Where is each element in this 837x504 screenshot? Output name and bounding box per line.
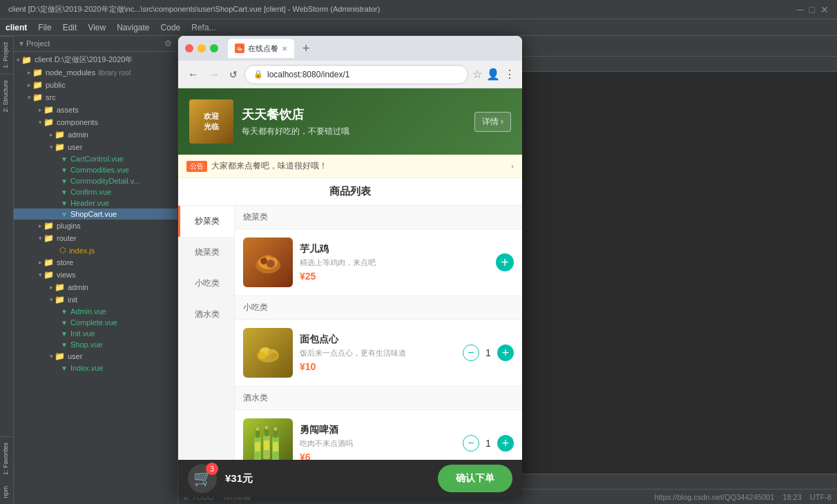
checkout-btn[interactable]: 确认下单 bbox=[438, 465, 512, 492]
components-label: components bbox=[57, 118, 98, 126]
tree-router-index[interactable]: ⬡ index.js bbox=[14, 244, 177, 256]
init-vue-label: Init.vue bbox=[70, 329, 95, 338]
restaurant-name: 天天餐饮店 bbox=[242, 106, 466, 123]
tree-shop[interactable]: ▼ Shop.vue bbox=[14, 339, 177, 350]
src-label: src bbox=[46, 93, 56, 101]
sidebar-gear-icon[interactable]: ⚙ bbox=[164, 39, 172, 48]
admin-vue-label: Admin.vue bbox=[70, 307, 106, 316]
vtab-npm[interactable]: npm bbox=[0, 481, 13, 504]
category-grilled[interactable]: 烧菜类 bbox=[178, 237, 234, 268]
category-stirfry[interactable]: 炒菜类 bbox=[178, 206, 234, 237]
menu-edit[interactable]: Edit bbox=[63, 23, 77, 32]
tree-root[interactable]: ▾ 📁 client D:\定做区\2019-2020年 bbox=[14, 53, 177, 66]
restaurant-desc: 每天都有好吃的，不要错过哦 bbox=[242, 126, 466, 137]
tree-store[interactable]: ▸ 📁 store bbox=[14, 256, 177, 269]
tree-commoditydetail[interactable]: ▼ CommodityDetail.v... bbox=[14, 175, 177, 186]
category-snacks[interactable]: 小吃类 bbox=[178, 268, 234, 299]
tree-shopcart[interactable]: ▼ ShopCart.vue bbox=[14, 209, 177, 220]
back-btn[interactable]: ← bbox=[185, 66, 202, 84]
tree-init-vue[interactable]: ▼ Init.vue bbox=[14, 328, 177, 339]
refresh-btn[interactable]: ↺ bbox=[227, 66, 240, 83]
tree-assets[interactable]: ▸ 📁 assets bbox=[14, 104, 177, 116]
tree-commodities[interactable]: ▼ Commodities.vue bbox=[14, 164, 177, 175]
beer-minus-btn[interactable]: − bbox=[463, 435, 479, 452]
vtab-structure[interactable]: 2: Structure bbox=[0, 74, 13, 118]
announcement-bar[interactable]: 公告 大家都来点餐吧，味道很好哦！ › bbox=[178, 155, 522, 178]
close-btn[interactable]: ✕ bbox=[820, 4, 829, 15]
address-bar[interactable]: 🔒 localhost:8080/index/1 bbox=[244, 65, 468, 84]
project-label: Project bbox=[26, 39, 50, 48]
svg-rect-19 bbox=[264, 440, 269, 450]
cursor-position: 18:23 bbox=[782, 493, 802, 501]
category-drinks[interactable]: 酒水类 bbox=[178, 299, 234, 330]
menu-refactor[interactable]: Refa... bbox=[191, 23, 215, 32]
menu-code[interactable]: Code bbox=[161, 23, 181, 32]
beer-plus-btn[interactable]: + bbox=[497, 435, 514, 452]
tree-src[interactable]: ▾ 📁 src bbox=[14, 91, 177, 104]
bread-name: 面包点心 bbox=[300, 333, 456, 346]
forward-btn[interactable]: → bbox=[206, 66, 222, 84]
window-controls: ─ □ ✕ bbox=[797, 4, 829, 15]
tree-header[interactable]: ▼ Header.vue bbox=[14, 197, 177, 209]
cartcontrol-label: CartControl.vue bbox=[70, 155, 124, 163]
tree-public[interactable]: ▸ 📁 public bbox=[14, 79, 177, 91]
shopcart-label: ShopCart.vue bbox=[70, 210, 117, 218]
confirm-label: Confirm.vue bbox=[70, 188, 111, 196]
beer-actions: − 1 + bbox=[463, 435, 514, 452]
menu-view[interactable]: View bbox=[88, 23, 106, 32]
tree-confirm[interactable]: ▼ Confirm.vue bbox=[14, 186, 177, 197]
section-snacks-header: 小吃类 bbox=[235, 296, 522, 320]
vtab-favorites[interactable]: 1: Favorites bbox=[0, 436, 13, 481]
tree-complete[interactable]: ▼ Complete.vue bbox=[14, 317, 177, 328]
bread-plus-btn[interactable]: + bbox=[497, 345, 514, 361]
tree-components[interactable]: ▾ 📁 components bbox=[14, 116, 177, 128]
tree-router[interactable]: ▾ 📁 router bbox=[14, 232, 177, 244]
tree-cartcontrol[interactable]: ▼ CartControl.vue bbox=[14, 153, 177, 164]
tree-admin[interactable]: ▸ 📁 admin bbox=[14, 128, 177, 141]
admin-label: admin bbox=[68, 130, 88, 139]
browser-titlebar: 🍜 在线点餐 ✕ + bbox=[178, 36, 522, 61]
browser-tab[interactable]: 🍜 在线点餐 ✕ bbox=[228, 39, 294, 58]
tree-views[interactable]: ▾ 📁 views bbox=[14, 269, 177, 281]
bread-minus-btn[interactable]: − bbox=[463, 345, 479, 361]
vue-icon: ▼ bbox=[61, 155, 68, 163]
vtab-project[interactable]: 1: Project bbox=[0, 36, 13, 74]
chicken-add-btn[interactable]: + bbox=[496, 253, 514, 271]
menu-bar: client File Edit View Navigate Code Refa… bbox=[0, 19, 837, 36]
tree-plugins[interactable]: ▸ 📁 plugins bbox=[14, 220, 177, 232]
lock-icon: 🔒 bbox=[253, 70, 263, 79]
tree-init[interactable]: ▾ 📁 init bbox=[14, 293, 177, 306]
account-icon[interactable]: 👤 bbox=[486, 68, 500, 81]
win-max-btn[interactable] bbox=[210, 44, 218, 52]
tree-views-user[interactable]: ▾ 📁 user bbox=[14, 350, 177, 362]
folder-icon7: 📁 bbox=[55, 142, 65, 152]
tree-node-modules[interactable]: ▸ 📁 node_modules library root bbox=[14, 66, 177, 79]
win-min-btn[interactable] bbox=[198, 44, 206, 52]
tree-index-vue[interactable]: ▼ Index.vue bbox=[14, 362, 177, 374]
win-close-btn[interactable] bbox=[185, 44, 193, 52]
browser-tab-close[interactable]: ✕ bbox=[282, 45, 287, 52]
cart-bar: 🛒 3 ¥31元 确认下单 bbox=[178, 460, 522, 497]
chicken-info: 芋儿鸡 精选上等鸡肉，来点吧 ¥25 bbox=[300, 243, 489, 282]
tree-root-label: client D:\定做区\2019-2020年 bbox=[35, 55, 133, 65]
cart-icon-wrapper[interactable]: 🛒 3 bbox=[188, 464, 217, 493]
svg-point-3 bbox=[267, 260, 275, 268]
tree-admin-vue[interactable]: ▼ Admin.vue bbox=[14, 306, 177, 317]
bookmark-icon[interactable]: ☆ bbox=[472, 68, 482, 81]
detail-btn[interactable]: 详情 › bbox=[474, 112, 511, 132]
views-admin-label: admin bbox=[68, 283, 88, 291]
bread-qty: 1 bbox=[483, 347, 493, 358]
menu-dots-icon[interactable]: ⋮ bbox=[504, 68, 515, 81]
minimize-btn[interactable]: ─ bbox=[797, 4, 804, 15]
cart-badge: 3 bbox=[206, 463, 218, 475]
menu-file[interactable]: File bbox=[38, 23, 51, 32]
new-tab-btn[interactable]: + bbox=[298, 42, 314, 55]
maximize-btn[interactable]: □ bbox=[809, 4, 815, 15]
js-icon: ⬡ bbox=[59, 246, 66, 255]
svg-rect-11 bbox=[256, 427, 259, 431]
tree-views-admin[interactable]: ▸ 📁 admin bbox=[14, 281, 177, 293]
beer-desc: 吃肉不来点酒吗 bbox=[300, 438, 456, 449]
tree-user[interactable]: ▾ 📁 user bbox=[14, 141, 177, 153]
menu-client[interactable]: client bbox=[6, 23, 27, 32]
menu-navigate[interactable]: Navigate bbox=[117, 23, 149, 32]
